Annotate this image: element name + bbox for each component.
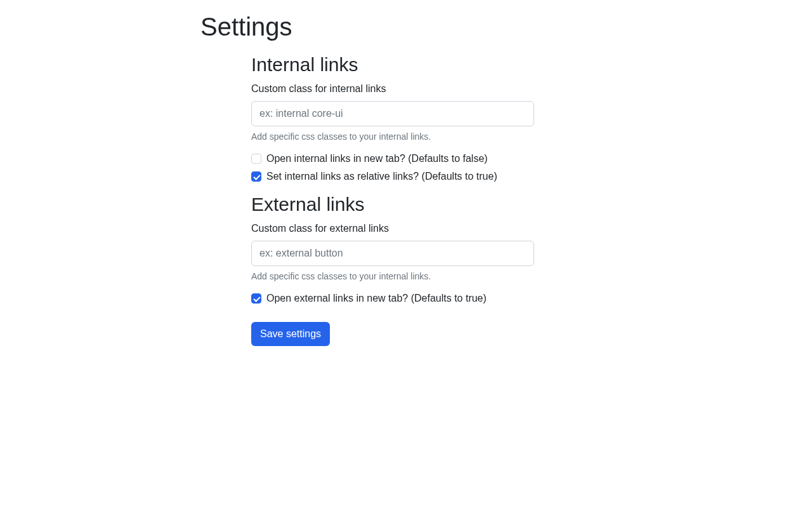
internal-class-label: Custom class for internal links bbox=[251, 83, 534, 95]
external-class-help: Add specific css classes to your interna… bbox=[251, 271, 534, 281]
save-settings-button[interactable]: Save settings bbox=[251, 322, 330, 346]
internal-new-tab-label[interactable]: Open internal links in new tab? (Default… bbox=[266, 153, 488, 164]
internal-new-tab-checkbox[interactable] bbox=[251, 154, 261, 164]
internal-class-input[interactable] bbox=[251, 101, 534, 126]
internal-relative-label[interactable]: Set internal links as relative links? (D… bbox=[266, 171, 497, 182]
page-title: Settings bbox=[200, 13, 812, 41]
internal-class-help: Add specific css classes to your interna… bbox=[251, 131, 534, 142]
external-class-input[interactable] bbox=[251, 241, 534, 266]
external-new-tab-label[interactable]: Open external links in new tab? (Default… bbox=[266, 293, 487, 304]
internal-links-section: Internal links Custom class for internal… bbox=[251, 54, 534, 346]
internal-links-heading: Internal links bbox=[251, 54, 534, 76]
external-new-tab-checkbox[interactable] bbox=[251, 293, 261, 304]
internal-relative-checkbox[interactable] bbox=[251, 171, 261, 182]
external-class-label: Custom class for external links bbox=[251, 223, 534, 234]
external-links-heading: External links bbox=[251, 194, 534, 215]
